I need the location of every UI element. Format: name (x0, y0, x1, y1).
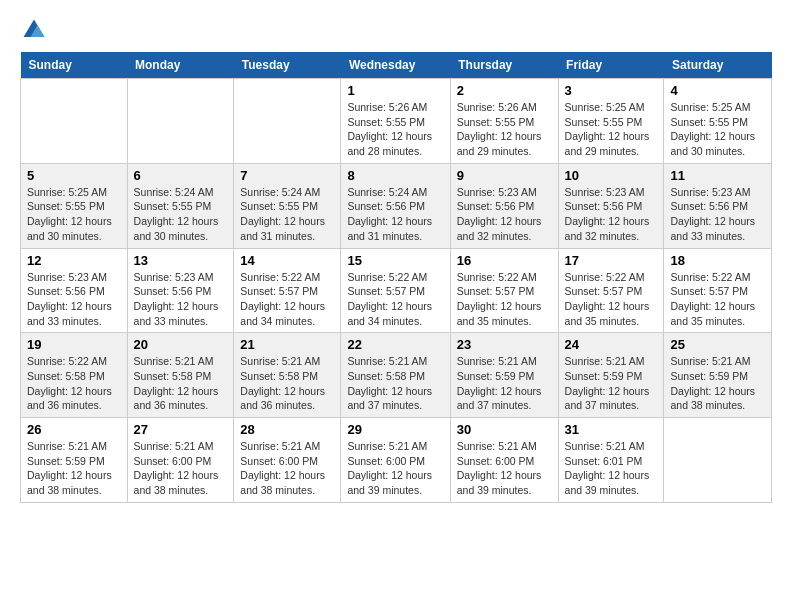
calendar-cell: 17Sunrise: 5:22 AMSunset: 5:57 PMDayligh… (558, 248, 664, 333)
calendar-cell: 19Sunrise: 5:22 AMSunset: 5:58 PMDayligh… (21, 333, 128, 418)
day-info: Sunrise: 5:21 AMSunset: 6:00 PMDaylight:… (134, 439, 228, 498)
day-info: Sunrise: 5:25 AMSunset: 5:55 PMDaylight:… (565, 100, 658, 159)
calendar-cell: 16Sunrise: 5:22 AMSunset: 5:57 PMDayligh… (450, 248, 558, 333)
day-info: Sunrise: 5:25 AMSunset: 5:55 PMDaylight:… (27, 185, 121, 244)
day-number: 23 (457, 337, 552, 352)
day-number: 17 (565, 253, 658, 268)
day-number: 8 (347, 168, 443, 183)
calendar-cell: 24Sunrise: 5:21 AMSunset: 5:59 PMDayligh… (558, 333, 664, 418)
calendar-cell: 8Sunrise: 5:24 AMSunset: 5:56 PMDaylight… (341, 163, 450, 248)
day-number: 21 (240, 337, 334, 352)
calendar-cell: 2Sunrise: 5:26 AMSunset: 5:55 PMDaylight… (450, 79, 558, 164)
day-info: Sunrise: 5:22 AMSunset: 5:57 PMDaylight:… (457, 270, 552, 329)
day-info: Sunrise: 5:26 AMSunset: 5:55 PMDaylight:… (457, 100, 552, 159)
day-number: 29 (347, 422, 443, 437)
day-info: Sunrise: 5:23 AMSunset: 5:56 PMDaylight:… (27, 270, 121, 329)
day-info: Sunrise: 5:23 AMSunset: 5:56 PMDaylight:… (134, 270, 228, 329)
day-info: Sunrise: 5:22 AMSunset: 5:57 PMDaylight:… (240, 270, 334, 329)
day-number: 25 (670, 337, 765, 352)
calendar-cell: 22Sunrise: 5:21 AMSunset: 5:58 PMDayligh… (341, 333, 450, 418)
day-info: Sunrise: 5:21 AMSunset: 5:59 PMDaylight:… (565, 354, 658, 413)
calendar-cell: 1Sunrise: 5:26 AMSunset: 5:55 PMDaylight… (341, 79, 450, 164)
day-number: 16 (457, 253, 552, 268)
day-number: 19 (27, 337, 121, 352)
day-info: Sunrise: 5:24 AMSunset: 5:55 PMDaylight:… (134, 185, 228, 244)
calendar-cell: 5Sunrise: 5:25 AMSunset: 5:55 PMDaylight… (21, 163, 128, 248)
calendar-cell: 11Sunrise: 5:23 AMSunset: 5:56 PMDayligh… (664, 163, 772, 248)
weekday-header-thursday: Thursday (450, 52, 558, 79)
calendar-cell: 23Sunrise: 5:21 AMSunset: 5:59 PMDayligh… (450, 333, 558, 418)
calendar-cell: 12Sunrise: 5:23 AMSunset: 5:56 PMDayligh… (21, 248, 128, 333)
day-number: 3 (565, 83, 658, 98)
day-number: 14 (240, 253, 334, 268)
day-info: Sunrise: 5:21 AMSunset: 5:59 PMDaylight:… (457, 354, 552, 413)
calendar-cell (234, 79, 341, 164)
day-info: Sunrise: 5:22 AMSunset: 5:57 PMDaylight:… (565, 270, 658, 329)
calendar-cell: 4Sunrise: 5:25 AMSunset: 5:55 PMDaylight… (664, 79, 772, 164)
calendar-cell: 20Sunrise: 5:21 AMSunset: 5:58 PMDayligh… (127, 333, 234, 418)
day-info: Sunrise: 5:21 AMSunset: 6:01 PMDaylight:… (565, 439, 658, 498)
calendar-cell: 18Sunrise: 5:22 AMSunset: 5:57 PMDayligh… (664, 248, 772, 333)
day-number: 1 (347, 83, 443, 98)
calendar-week-row: 12Sunrise: 5:23 AMSunset: 5:56 PMDayligh… (21, 248, 772, 333)
day-info: Sunrise: 5:21 AMSunset: 5:59 PMDaylight:… (27, 439, 121, 498)
day-number: 30 (457, 422, 552, 437)
day-info: Sunrise: 5:21 AMSunset: 5:58 PMDaylight:… (347, 354, 443, 413)
day-number: 7 (240, 168, 334, 183)
calendar-cell: 31Sunrise: 5:21 AMSunset: 6:01 PMDayligh… (558, 418, 664, 503)
day-info: Sunrise: 5:21 AMSunset: 5:58 PMDaylight:… (240, 354, 334, 413)
calendar-cell (21, 79, 128, 164)
calendar-cell: 14Sunrise: 5:22 AMSunset: 5:57 PMDayligh… (234, 248, 341, 333)
weekday-header-row: SundayMondayTuesdayWednesdayThursdayFrid… (21, 52, 772, 79)
day-info: Sunrise: 5:21 AMSunset: 6:00 PMDaylight:… (240, 439, 334, 498)
generalblue-logo-icon (20, 16, 48, 44)
calendar-week-row: 26Sunrise: 5:21 AMSunset: 5:59 PMDayligh… (21, 418, 772, 503)
weekday-header-friday: Friday (558, 52, 664, 79)
calendar-cell: 25Sunrise: 5:21 AMSunset: 5:59 PMDayligh… (664, 333, 772, 418)
calendar-cell: 21Sunrise: 5:21 AMSunset: 5:58 PMDayligh… (234, 333, 341, 418)
calendar-week-row: 1Sunrise: 5:26 AMSunset: 5:55 PMDaylight… (21, 79, 772, 164)
day-number: 6 (134, 168, 228, 183)
day-number: 26 (27, 422, 121, 437)
day-number: 27 (134, 422, 228, 437)
calendar-cell: 10Sunrise: 5:23 AMSunset: 5:56 PMDayligh… (558, 163, 664, 248)
calendar-cell: 13Sunrise: 5:23 AMSunset: 5:56 PMDayligh… (127, 248, 234, 333)
day-number: 24 (565, 337, 658, 352)
day-number: 15 (347, 253, 443, 268)
day-info: Sunrise: 5:21 AMSunset: 5:59 PMDaylight:… (670, 354, 765, 413)
weekday-header-monday: Monday (127, 52, 234, 79)
day-number: 9 (457, 168, 552, 183)
calendar-cell: 26Sunrise: 5:21 AMSunset: 5:59 PMDayligh… (21, 418, 128, 503)
day-number: 20 (134, 337, 228, 352)
calendar-cell: 28Sunrise: 5:21 AMSunset: 6:00 PMDayligh… (234, 418, 341, 503)
calendar-cell: 29Sunrise: 5:21 AMSunset: 6:00 PMDayligh… (341, 418, 450, 503)
day-info: Sunrise: 5:25 AMSunset: 5:55 PMDaylight:… (670, 100, 765, 159)
day-number: 12 (27, 253, 121, 268)
calendar-cell (664, 418, 772, 503)
day-number: 13 (134, 253, 228, 268)
day-number: 11 (670, 168, 765, 183)
day-info: Sunrise: 5:21 AMSunset: 6:00 PMDaylight:… (347, 439, 443, 498)
calendar-cell: 7Sunrise: 5:24 AMSunset: 5:55 PMDaylight… (234, 163, 341, 248)
weekday-header-tuesday: Tuesday (234, 52, 341, 79)
calendar-week-row: 5Sunrise: 5:25 AMSunset: 5:55 PMDaylight… (21, 163, 772, 248)
day-info: Sunrise: 5:22 AMSunset: 5:57 PMDaylight:… (670, 270, 765, 329)
day-info: Sunrise: 5:23 AMSunset: 5:56 PMDaylight:… (565, 185, 658, 244)
day-info: Sunrise: 5:21 AMSunset: 5:58 PMDaylight:… (134, 354, 228, 413)
day-number: 31 (565, 422, 658, 437)
day-number: 2 (457, 83, 552, 98)
day-info: Sunrise: 5:22 AMSunset: 5:58 PMDaylight:… (27, 354, 121, 413)
day-number: 4 (670, 83, 765, 98)
day-number: 28 (240, 422, 334, 437)
weekday-header-wednesday: Wednesday (341, 52, 450, 79)
day-info: Sunrise: 5:23 AMSunset: 5:56 PMDaylight:… (457, 185, 552, 244)
day-info: Sunrise: 5:26 AMSunset: 5:55 PMDaylight:… (347, 100, 443, 159)
calendar-week-row: 19Sunrise: 5:22 AMSunset: 5:58 PMDayligh… (21, 333, 772, 418)
calendar-cell: 27Sunrise: 5:21 AMSunset: 6:00 PMDayligh… (127, 418, 234, 503)
header-area (20, 16, 772, 44)
day-number: 18 (670, 253, 765, 268)
calendar-cell (127, 79, 234, 164)
day-info: Sunrise: 5:21 AMSunset: 6:00 PMDaylight:… (457, 439, 552, 498)
logo (20, 16, 52, 44)
weekday-header-sunday: Sunday (21, 52, 128, 79)
